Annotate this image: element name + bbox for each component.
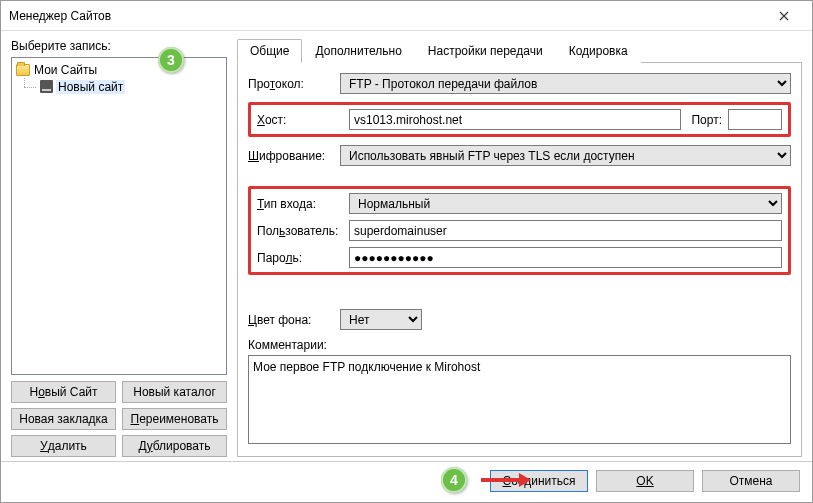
site-manager-window: Менеджер Сайтов Выберите запись: Мои Сай… — [0, 0, 813, 503]
host-input[interactable] — [349, 109, 681, 130]
ok-button[interactable]: OK — [596, 470, 694, 492]
password-label: Пароль: — [257, 251, 343, 265]
tree-root[interactable]: Мои Сайты — [14, 61, 224, 78]
close-icon — [779, 11, 789, 21]
site-tree[interactable]: Мои Сайты Новый сайт — [11, 57, 227, 375]
delete-button[interactable]: Удалить — [11, 435, 116, 457]
window-title: Менеджер Сайтов — [9, 9, 764, 23]
right-panel: Общие Дополнительно Настройки передачи К… — [237, 39, 802, 457]
host-highlight: Хост: Порт: — [248, 102, 791, 137]
host-label: Хост: — [257, 113, 343, 127]
encryption-label: Шифрование: — [248, 149, 334, 163]
annotation-badge-4: 4 — [441, 467, 467, 493]
close-button[interactable] — [764, 2, 804, 30]
new-site-button[interactable]: Новый Сайт — [11, 381, 116, 403]
encryption-select[interactable]: Использовать явный FTP через TLS если до… — [340, 145, 791, 166]
port-input[interactable] — [728, 109, 782, 130]
annotation-badge-3: 3 — [158, 47, 184, 73]
protocol-label: Протокол: — [248, 77, 334, 91]
rename-button[interactable]: Переименовать — [122, 408, 227, 430]
login-highlight: Тип входа: Нормальный Пользователь: Паро… — [248, 186, 791, 275]
titlebar: Менеджер Сайтов — [1, 1, 812, 31]
tree-site-item[interactable]: Новый сайт — [14, 78, 224, 95]
duplicate-button[interactable]: Дублировать — [122, 435, 227, 457]
protocol-select[interactable]: FTP - Протокол передачи файлов — [340, 73, 791, 94]
cancel-button[interactable]: Отмена — [702, 470, 800, 492]
tree-root-label: Мои Сайты — [34, 63, 97, 77]
bgcolor-label: Цвет фона: — [248, 313, 334, 327]
tree-site-label: Новый сайт — [56, 80, 125, 94]
bgcolor-select[interactable]: Нет — [340, 309, 422, 330]
password-input[interactable] — [349, 247, 782, 268]
logon-type-select[interactable]: Нормальный — [349, 193, 782, 214]
select-entry-label: Выберите запись: — [11, 39, 227, 53]
annotation-arrow-icon — [481, 476, 531, 484]
tab-advanced[interactable]: Дополнительно — [302, 39, 414, 63]
user-input[interactable] — [349, 220, 782, 241]
tab-charset[interactable]: Кодировка — [556, 39, 641, 63]
user-label: Пользователь: — [257, 224, 343, 238]
left-panel: Выберите запись: Мои Сайты Новый сайт Но… — [11, 39, 227, 457]
footer: Соединиться OK Отмена 4 — [1, 461, 812, 502]
port-label: Порт: — [691, 113, 722, 127]
server-icon — [40, 80, 53, 93]
folder-icon — [16, 64, 30, 76]
comments-textarea[interactable]: Мое первое FTP подключение к Mirohost — [248, 355, 791, 444]
new-folder-button[interactable]: Новый каталог — [122, 381, 227, 403]
tab-bar: Общие Дополнительно Настройки передачи К… — [237, 39, 802, 63]
tab-transfer[interactable]: Настройки передачи — [415, 39, 556, 63]
comments-label: Комментарии: — [248, 338, 791, 352]
tab-general[interactable]: Общие — [237, 39, 302, 63]
logon-type-label: Тип входа: — [257, 197, 343, 211]
new-bookmark-button[interactable]: Новая закладка — [11, 408, 116, 430]
